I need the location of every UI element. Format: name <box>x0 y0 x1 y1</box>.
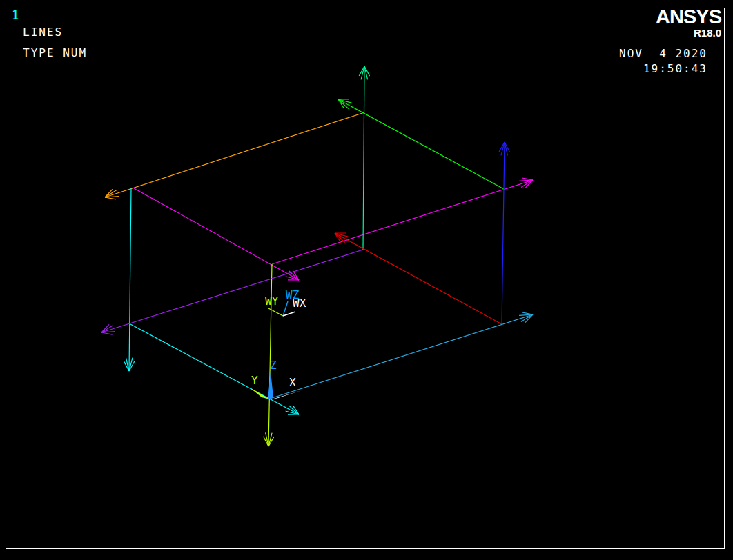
line-vertical-back-springgreen-arrowhead <box>364 66 368 79</box>
wp-triad-label-wx: WX <box>293 298 306 309</box>
wp-axis-wx <box>283 312 295 316</box>
line-bottom-front-right-skyblue-arrowhead <box>522 312 533 314</box>
date-label: NOV 4 2020 <box>619 48 707 59</box>
model-viewport[interactable] <box>0 0 733 560</box>
line-top-front-right-magenta <box>272 180 533 264</box>
triad-label-y: Y <box>251 375 258 386</box>
line-top-front-right-magenta-arrowhead <box>522 178 533 180</box>
line-vertical-right-blue <box>502 142 505 324</box>
plot-type-label: LINES <box>23 27 63 38</box>
line-top-front-left-magenta <box>134 188 299 280</box>
line-vertical-front-greenyellow <box>268 264 272 446</box>
line-vertical-right-blue-arrowhead <box>499 142 505 152</box>
type-num-label: TYPE NUM <box>23 48 87 59</box>
line-bottom-back-left-purple-arrowhead <box>101 332 113 334</box>
triad-label-z: Z <box>270 360 277 371</box>
window-number-label: 1 <box>12 10 20 21</box>
line-vertical-left-cyan <box>129 188 131 371</box>
ansys-version-label: R18.0 <box>694 28 721 38</box>
line-bottom-front-right-skyblue <box>270 314 533 399</box>
line-top-back-right-green <box>338 99 504 189</box>
line-top-back-left-orange <box>105 112 364 197</box>
line-vertical-back-springgreen-arrowhead <box>361 66 364 79</box>
ansys-graphics-window: 1 LINES TYPE NUM ANSYS R18.0 NOV 4 2020 … <box>0 0 733 560</box>
line-vertical-front-greenyellow-arrowhead <box>268 437 274 446</box>
wp-triad-label-wy: WY <box>265 296 278 307</box>
triad-x-arrow <box>269 390 302 400</box>
line-bottom-back-left-purple <box>101 250 363 332</box>
time-label: 19:50:43 <box>643 63 707 74</box>
triad-z-arrow <box>268 371 273 400</box>
line-bottom-back-right-red <box>335 233 502 324</box>
ansys-logo: ANSYS <box>656 7 721 27</box>
line-vertical-right-blue-arrowhead <box>505 142 507 155</box>
line-vertical-left-cyan-arrowhead <box>126 358 129 371</box>
line-top-back-left-orange-arrowhead <box>105 197 116 199</box>
line-vertical-back-springgreen <box>363 66 364 250</box>
wp-axis-wz <box>283 301 288 316</box>
triad-label-x: X <box>289 377 296 388</box>
